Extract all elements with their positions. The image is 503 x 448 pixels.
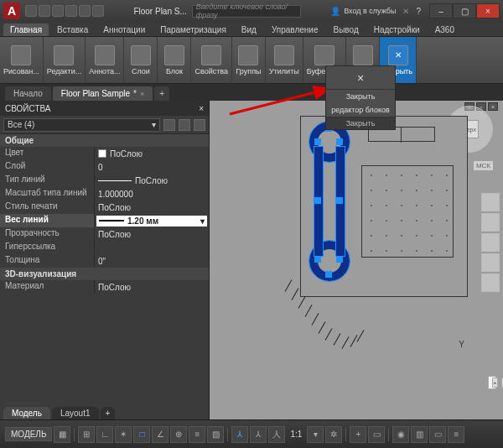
layout-tab-add-button[interactable]: +: [101, 407, 116, 419]
properties-title: СВОЙСТВА: [5, 104, 51, 113]
signin-label[interactable]: Вход в службы: [344, 7, 396, 15]
drawing-canvas[interactable]: – ▫ × Верх МСК Y: [210, 101, 503, 419]
ribbon-tab-home[interactable]: Главная: [3, 23, 49, 36]
pickadd-toggle-icon[interactable]: [179, 119, 190, 131]
status-modelspace-button[interactable]: МОДЕЛЬ: [5, 427, 52, 441]
window-close-button[interactable]: ×: [476, 3, 500, 18]
tab-close-icon[interactable]: ×: [140, 90, 144, 98]
ribbon-group-properties[interactable]: Свойства: [191, 37, 232, 83]
qat-save-icon[interactable]: [52, 5, 64, 17]
status-customize-icon[interactable]: ≡: [448, 426, 464, 443]
ribbon-tab-insert[interactable]: Вставка: [50, 23, 95, 36]
ribbon-tab-output[interactable]: Вывод: [327, 23, 366, 36]
window-title: Floor Plan S...: [133, 7, 186, 16]
qat-undo-icon[interactable]: [65, 5, 77, 17]
help-icon[interactable]: ?: [416, 7, 421, 16]
grid-dot: [371, 190, 372, 191]
grid-dot: [416, 205, 417, 206]
ucs-axis-y-label: Y: [459, 340, 464, 349]
group-icon: [238, 45, 258, 65]
status-dyn-icon[interactable]: ⊕: [170, 426, 187, 443]
signin-person-icon[interactable]: 👤: [330, 7, 340, 16]
ribbon-group-layers[interactable]: Слои: [124, 37, 158, 83]
ribbon-group-utilities[interactable]: Утилиты: [266, 37, 303, 83]
doc-tab-new-button[interactable]: +: [154, 86, 169, 101]
prop-row-plotstyle: Стиль печатиПоСлою: [0, 201, 209, 214]
qat-new-icon[interactable]: [25, 5, 37, 17]
nav-orbit-icon[interactable]: [481, 253, 500, 272]
cmdline-history-icon[interactable]: ×: [492, 378, 498, 388]
grip-icon[interactable]: [336, 197, 343, 204]
status-osnap-icon[interactable]: □: [133, 426, 150, 443]
status-ortho-icon[interactable]: ∟: [96, 426, 113, 443]
text-icon: [95, 45, 115, 65]
document-tab-strip: Начало Floor Plan Sample*× +: [0, 84, 503, 101]
nav-pan-icon[interactable]: [481, 213, 500, 232]
quick-select-icon[interactable]: [163, 119, 175, 131]
status-anno-icon[interactable]: ▾: [307, 426, 324, 443]
exchange-icon[interactable]: ✕: [402, 7, 409, 16]
nav-showmotion-icon[interactable]: [481, 273, 500, 292]
window-minimize-button[interactable]: –: [429, 3, 453, 18]
ribbon-tab-parametric[interactable]: Параметризация: [153, 23, 233, 36]
ribbon-tab-manage[interactable]: Управление: [265, 23, 325, 36]
status-grid-icon[interactable]: ▦: [54, 426, 70, 443]
layout-tab-layout1[interactable]: Layout1: [52, 407, 99, 419]
status-lwt-icon[interactable]: ≡: [189, 426, 205, 443]
doc-tab-floorplan[interactable]: Floor Plan Sample*×: [53, 86, 153, 101]
tooltip-line2: редактор блоков: [326, 103, 395, 117]
command-line[interactable]: × ⌄ ▸ Введите команду: [488, 376, 496, 389]
grip-icon[interactable]: [325, 271, 332, 278]
status-ws-icon[interactable]: +: [350, 426, 366, 443]
selection-filter-dropdown[interactable]: Все (4)▾: [3, 118, 160, 132]
ribbon-tab-a360[interactable]: A360: [428, 23, 461, 36]
qat-plot-icon[interactable]: [92, 5, 104, 17]
qat-open-icon[interactable]: [39, 5, 50, 17]
prop-row-linetype: Тип линийПоСлою: [0, 174, 209, 187]
ribbon-group-draw[interactable]: Рисован...: [0, 37, 44, 83]
status-person2-icon[interactable]: ⅄: [250, 426, 267, 443]
ribbon-tab-annotate[interactable]: Аннотации: [96, 23, 152, 36]
status-clean-icon[interactable]: ▭: [429, 426, 446, 443]
ribbon-group-block[interactable]: Блок: [158, 37, 191, 83]
status-anno-scale[interactable]: 1:1: [287, 430, 305, 439]
grip-icon[interactable]: [314, 197, 321, 204]
ribbon-group-groups[interactable]: Группы: [232, 37, 266, 83]
prop-row-transparency: ПрозрачностьПоСлою: [0, 227, 209, 241]
status-otrack-icon[interactable]: ∠: [152, 426, 169, 443]
nav-wheel-icon[interactable]: [481, 193, 500, 211]
status-hwaccel-icon[interactable]: ◉: [392, 426, 409, 443]
help-search-input[interactable]: Введите ключевое слово/фразу: [192, 5, 301, 18]
mdi-close-icon[interactable]: ×: [488, 102, 498, 111]
palette-close-icon[interactable]: ×: [199, 104, 204, 113]
select-objects-icon[interactable]: [194, 119, 205, 131]
grid-dot: [401, 220, 402, 221]
status-person-icon[interactable]: ⅄: [231, 426, 248, 443]
ribbon-tab-addins[interactable]: Надстройки: [367, 23, 427, 36]
status-person3-icon[interactable]: 人: [268, 426, 285, 443]
status-monitor-icon[interactable]: ▭: [368, 426, 385, 443]
app-menu-button[interactable]: A: [3, 3, 20, 19]
grip-icon[interactable]: [314, 138, 321, 145]
doc-tab-start[interactable]: Начало: [5, 86, 51, 101]
status-transparency-icon[interactable]: ▨: [207, 426, 224, 443]
grid-dot: [431, 235, 433, 237]
dirty-indicator-icon: *: [133, 89, 137, 98]
wcs-label[interactable]: МСК: [474, 161, 493, 170]
ribbon-group-annotate[interactable]: Аннота...: [86, 37, 124, 83]
status-gear-icon[interactable]: ✲: [325, 426, 342, 443]
ribbon-group-modify[interactable]: Редакти...: [44, 37, 86, 83]
selected-block-geometry[interactable]: [304, 122, 355, 281]
status-bar: МОДЕЛЬ ▦ ⊞ ∟ ✶ □ ∠ ⊕ ≡ ▨ ⅄ ⅄ 人 1:1 ▾ ✲ +…: [0, 419, 503, 448]
grip-icon[interactable]: [314, 256, 321, 263]
status-iso-icon[interactable]: ▥: [411, 426, 428, 443]
status-snap-icon[interactable]: ⊞: [78, 426, 95, 443]
grip-icon[interactable]: [336, 138, 343, 145]
layout-tab-model[interactable]: Модель: [3, 407, 50, 419]
status-polar-icon[interactable]: ✶: [115, 426, 132, 443]
nav-zoom-icon[interactable]: [481, 233, 500, 252]
window-maximize-button[interactable]: ▢: [453, 3, 476, 18]
qat-redo-icon[interactable]: [79, 5, 91, 17]
ribbon-tab-view[interactable]: Вид: [235, 23, 263, 36]
grip-icon[interactable]: [336, 256, 343, 263]
